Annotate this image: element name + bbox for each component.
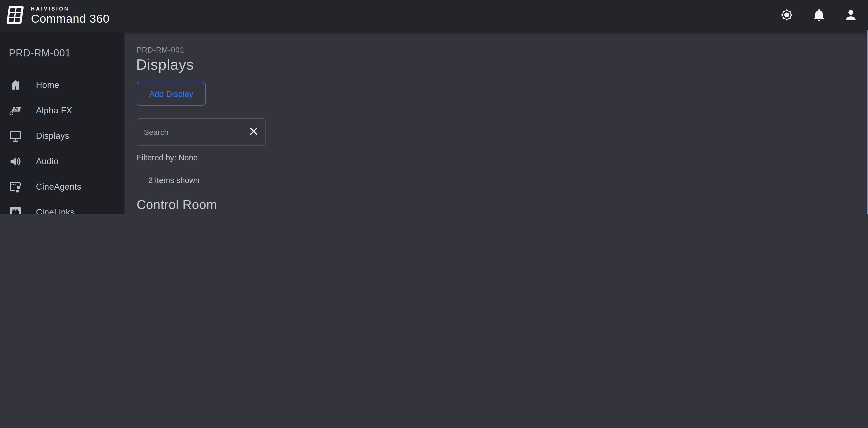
svg-text:α: α xyxy=(9,108,13,117)
sidebar-item-home[interactable]: Home xyxy=(0,72,124,98)
add-display-button[interactable]: Add Display xyxy=(137,82,206,106)
brand: HAIVISION Command 360 xyxy=(0,4,110,27)
filtered-by-label: Filtered by: xyxy=(137,153,176,162)
notifications-icon xyxy=(811,7,826,24)
sidebar-item-label: CineLinks xyxy=(36,206,75,214)
brand-name: HAIVISION xyxy=(31,6,110,12)
sidebar-item-cinelinks[interactable]: CineLinks xyxy=(0,200,124,214)
main-content: PRD-RM-001 Displays Add Display Filtered… xyxy=(124,32,868,214)
items-shown-text: 2 items shown xyxy=(148,176,199,185)
app-window: HAIVISION Command 360 xyxy=(0,0,868,214)
filtered-by-value: None xyxy=(179,153,198,162)
display-icon xyxy=(9,129,22,143)
scrollbar[interactable] xyxy=(867,30,868,214)
user-button[interactable] xyxy=(843,8,859,24)
sidebar-room-label: PRD-RM-001 xyxy=(9,47,124,59)
topbar-actions xyxy=(779,8,868,24)
sidebar: PRD-RM-001 Home fx α xyxy=(0,32,124,214)
sidebar-item-label: CineAgents xyxy=(36,181,81,193)
alpha-fx-icon: fx α xyxy=(9,104,22,117)
filtered-by-text: Filtered by: None xyxy=(137,153,198,162)
sidebar-item-displays[interactable]: Displays xyxy=(0,123,124,149)
settings-button[interactable] xyxy=(779,8,795,24)
settings-icon xyxy=(779,7,795,24)
section-title: Control Room xyxy=(137,197,217,212)
user-icon xyxy=(843,7,859,24)
audio-icon xyxy=(9,155,22,168)
haivision-logo-icon xyxy=(5,4,26,27)
sidebar-item-label: Displays xyxy=(36,130,69,142)
sidebar-item-audio[interactable]: Audio xyxy=(0,149,124,174)
close-icon xyxy=(249,127,257,137)
brand-text: HAIVISION Command 360 xyxy=(31,6,110,26)
page-title: Displays xyxy=(136,56,194,73)
svg-text:fx: fx xyxy=(14,106,19,112)
cinelinks-icon xyxy=(9,206,22,214)
notifications-button[interactable] xyxy=(811,8,827,24)
search-input[interactable] xyxy=(137,119,265,145)
breadcrumb: PRD-RM-001 xyxy=(137,46,184,54)
home-icon xyxy=(9,78,22,92)
sidebar-item-label: Alpha FX xyxy=(36,104,72,117)
topbar: HAIVISION Command 360 xyxy=(0,0,868,32)
sidebar-item-alpha-fx[interactable]: fx α Alpha FX xyxy=(0,98,124,123)
clear-search-button[interactable] xyxy=(246,125,260,139)
product-name: Command 360 xyxy=(31,12,110,26)
cineagents-icon xyxy=(9,180,22,194)
search-box xyxy=(137,118,266,146)
sidebar-item-cineagents[interactable]: CineAgents xyxy=(0,174,124,200)
sidebar-item-label: Home xyxy=(36,79,59,91)
sidebar-item-label: Audio xyxy=(36,155,58,168)
sidebar-nav: Home fx α Alpha FX xyxy=(0,72,124,214)
